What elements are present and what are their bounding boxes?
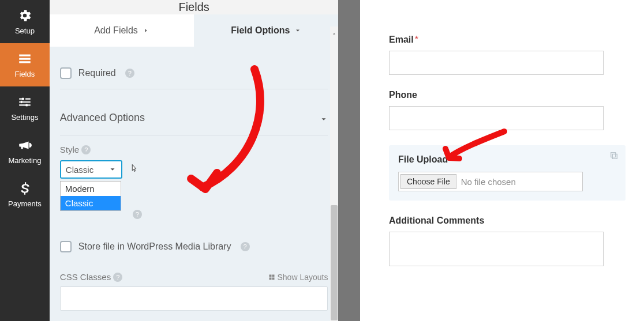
scrollbar-thumb[interactable] bbox=[331, 205, 338, 320]
help-icon[interactable]: ? bbox=[125, 69, 134, 78]
email-label: Email bbox=[389, 35, 414, 44]
chevron-down-icon bbox=[320, 114, 328, 122]
form-preview: Email* Phone File Upload Choose File No … bbox=[360, 0, 644, 321]
style-select[interactable]: Classic Modern Classic bbox=[60, 160, 122, 179]
style-label: Style ? bbox=[60, 145, 328, 154]
email-input[interactable] bbox=[389, 51, 604, 75]
svg-point-2 bbox=[25, 104, 28, 106]
chevron-down-icon bbox=[108, 165, 117, 173]
tab-add-fields-label: Add Fields bbox=[94, 25, 138, 36]
advanced-options-label: Advanced Options bbox=[60, 112, 145, 124]
store-media-checkbox[interactable] bbox=[60, 241, 72, 252]
help-icon[interactable]: ? bbox=[241, 242, 250, 251]
required-checkbox[interactable] bbox=[60, 67, 72, 79]
style-option-classic[interactable]: Classic bbox=[61, 196, 121, 210]
tab-field-options-label: Field Options bbox=[231, 25, 290, 36]
nav-setup[interactable]: Setup bbox=[0, 0, 50, 43]
nav-marketing-label: Marketing bbox=[8, 156, 41, 165]
comments-textarea[interactable] bbox=[389, 232, 604, 266]
style-select-value: Classic bbox=[66, 165, 93, 175]
cursor-pointer-icon bbox=[129, 164, 140, 176]
nav-fields[interactable]: Fields bbox=[0, 43, 50, 86]
preview-comments-field: Additional Comments bbox=[389, 216, 626, 266]
style-option-modern[interactable]: Modern bbox=[61, 182, 121, 196]
advanced-options-toggle[interactable]: Advanced Options bbox=[60, 101, 328, 135]
no-file-text: No file chosen bbox=[461, 177, 516, 187]
required-label: Required bbox=[78, 68, 116, 78]
comments-label: Additional Comments bbox=[389, 216, 484, 225]
store-media-label: Store file in WordPress Media Library bbox=[78, 241, 231, 252]
css-classes-label: CSS Classes ? bbox=[60, 272, 122, 282]
builder-panel: Fields Add Fields Field Options Required… bbox=[50, 0, 339, 321]
duplicate-icon[interactable] bbox=[609, 151, 619, 163]
dollar-icon bbox=[17, 181, 32, 196]
scroll-up-icon[interactable] bbox=[332, 28, 336, 33]
nav-payments-label: Payments bbox=[8, 199, 42, 208]
nav-payments[interactable]: Payments bbox=[0, 173, 50, 216]
divider-strip bbox=[338, 0, 360, 321]
chevron-down-icon bbox=[294, 27, 301, 34]
grid-icon bbox=[268, 274, 275, 281]
choose-file-button[interactable]: Choose File bbox=[400, 174, 456, 189]
help-icon[interactable]: ? bbox=[113, 273, 122, 282]
required-asterisk: * bbox=[415, 35, 418, 44]
phone-label: Phone bbox=[389, 90, 417, 100]
show-layouts-button[interactable]: Show Layouts bbox=[268, 273, 328, 282]
phone-input[interactable] bbox=[389, 106, 604, 130]
help-icon[interactable]: ? bbox=[81, 145, 91, 154]
style-dropdown: Modern Classic bbox=[60, 181, 121, 211]
css-classes-input[interactable] bbox=[60, 286, 328, 311]
list-icon bbox=[17, 51, 32, 66]
bullhorn-icon bbox=[17, 138, 32, 153]
file-input[interactable]: Choose File No file chosen bbox=[398, 172, 583, 191]
tab-field-options[interactable]: Field Options bbox=[194, 14, 338, 47]
preview-email-field: Email* bbox=[389, 35, 626, 75]
chevron-right-icon bbox=[143, 27, 149, 34]
file-upload-label: File Upload bbox=[398, 154, 448, 164]
page-title: Fields bbox=[50, 0, 339, 14]
sliders-icon bbox=[17, 95, 32, 109]
scrollbar-track[interactable] bbox=[330, 27, 338, 321]
nav-marketing[interactable]: Marketing bbox=[0, 130, 50, 173]
nav-settings[interactable]: Settings bbox=[0, 86, 50, 130]
gear-icon bbox=[17, 8, 32, 23]
nav-settings-label: Settings bbox=[11, 113, 38, 122]
help-icon[interactable]: ? bbox=[133, 210, 142, 219]
nav-setup-label: Setup bbox=[15, 27, 35, 35]
required-row: Required ? bbox=[60, 57, 328, 89]
svg-point-0 bbox=[21, 97, 24, 100]
nav-fields-label: Fields bbox=[15, 70, 35, 78]
preview-file-upload-field[interactable]: File Upload Choose File No file chosen bbox=[389, 145, 626, 201]
tab-add-fields[interactable]: Add Fields bbox=[50, 14, 194, 47]
preview-phone-field: Phone bbox=[389, 90, 626, 130]
svg-point-1 bbox=[20, 101, 23, 103]
left-nav: Setup Fields Settings Marketing Payments bbox=[0, 0, 50, 321]
store-media-row: Store file in WordPress Media Library ? bbox=[60, 231, 328, 263]
